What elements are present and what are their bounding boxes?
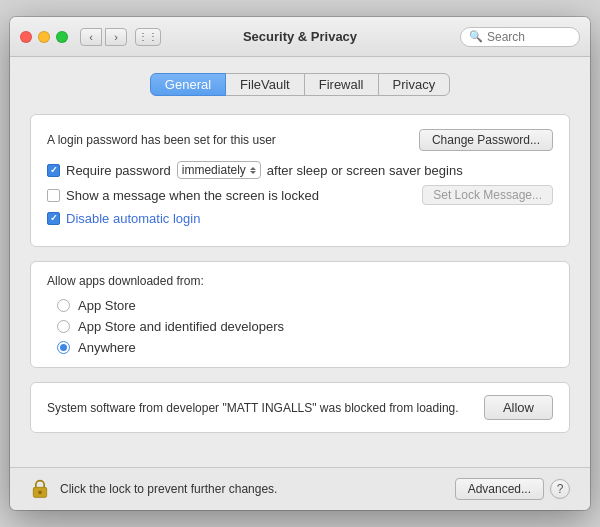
password-section: A login password has been set for this u… xyxy=(30,114,570,247)
radio-group: App Store App Store and identified devel… xyxy=(47,298,553,355)
back-button[interactable]: ‹ xyxy=(80,28,102,46)
dropdown-arrow-icon xyxy=(250,167,256,174)
password-row: A login password has been set for this u… xyxy=(47,129,553,151)
radio-identified-label: App Store and identified developers xyxy=(78,319,284,334)
radio-anywhere-label: Anywhere xyxy=(78,340,136,355)
allow-apps-section: Allow apps downloaded from: App Store Ap… xyxy=(30,261,570,368)
show-message-row: Show a message when the screen is locked… xyxy=(47,185,553,205)
password-timing-value: immediately xyxy=(182,163,246,177)
radio-anywhere[interactable]: Anywhere xyxy=(57,340,553,355)
blocked-section: System software from developer "MATT ING… xyxy=(30,382,570,433)
radio-anywhere-button[interactable] xyxy=(57,341,70,354)
radio-app-store-identified[interactable]: App Store and identified developers xyxy=(57,319,553,334)
show-message-label: Show a message when the screen is locked xyxy=(66,188,416,203)
lock-icon xyxy=(30,479,50,499)
content: General FileVault Firewall Privacy A log… xyxy=(10,57,590,467)
disable-login-label: Disable automatic login xyxy=(66,211,200,226)
allow-button[interactable]: Allow xyxy=(484,395,553,420)
blocked-text: System software from developer "MATT ING… xyxy=(47,399,484,417)
allow-apps-label: Allow apps downloaded from: xyxy=(47,274,553,288)
maximize-button[interactable] xyxy=(56,31,68,43)
set-lock-message-button[interactable]: Set Lock Message... xyxy=(422,185,553,205)
change-password-button[interactable]: Change Password... xyxy=(419,129,553,151)
radio-app-store-label: App Store xyxy=(78,298,136,313)
search-box[interactable]: 🔍 xyxy=(460,27,580,47)
search-icon: 🔍 xyxy=(469,30,483,43)
lock-text: Click the lock to prevent further change… xyxy=(60,482,455,496)
password-label: A login password has been set for this u… xyxy=(47,133,276,147)
titlebar: ‹ › ⋮⋮ Security & Privacy 🔍 xyxy=(10,17,590,57)
require-password-checkbox[interactable] xyxy=(47,164,60,177)
password-timing-dropdown[interactable]: immediately xyxy=(177,161,261,179)
minimize-button[interactable] xyxy=(38,31,50,43)
advanced-button[interactable]: Advanced... xyxy=(455,478,544,500)
radio-identified-button[interactable] xyxy=(57,320,70,333)
help-button[interactable]: ? xyxy=(550,479,570,499)
require-password-row: Require password immediately after sleep… xyxy=(47,161,553,179)
forward-button[interactable]: › xyxy=(105,28,127,46)
tabs: General FileVault Firewall Privacy xyxy=(30,73,570,96)
after-sleep-label: after sleep or screen saver begins xyxy=(267,163,463,178)
tab-filevault[interactable]: FileVault xyxy=(225,73,305,96)
tab-general[interactable]: General xyxy=(150,73,226,96)
footer: Click the lock to prevent further change… xyxy=(10,467,590,510)
radio-app-store-button[interactable] xyxy=(57,299,70,312)
search-input[interactable] xyxy=(487,30,567,44)
traffic-lights xyxy=(20,31,68,43)
grid-button[interactable]: ⋮⋮ xyxy=(135,28,161,46)
svg-rect-1 xyxy=(38,491,41,494)
tab-privacy[interactable]: Privacy xyxy=(378,73,451,96)
show-message-checkbox[interactable] xyxy=(47,189,60,202)
nav-buttons: ‹ › xyxy=(80,28,127,46)
radio-app-store[interactable]: App Store xyxy=(57,298,553,313)
disable-login-checkbox[interactable] xyxy=(47,212,60,225)
require-password-label: Require password xyxy=(66,163,171,178)
close-button[interactable] xyxy=(20,31,32,43)
window: ‹ › ⋮⋮ Security & Privacy 🔍 General File… xyxy=(10,17,590,510)
window-title: Security & Privacy xyxy=(243,29,357,44)
tab-firewall[interactable]: Firewall xyxy=(304,73,379,96)
disable-login-row: Disable automatic login xyxy=(47,211,553,226)
